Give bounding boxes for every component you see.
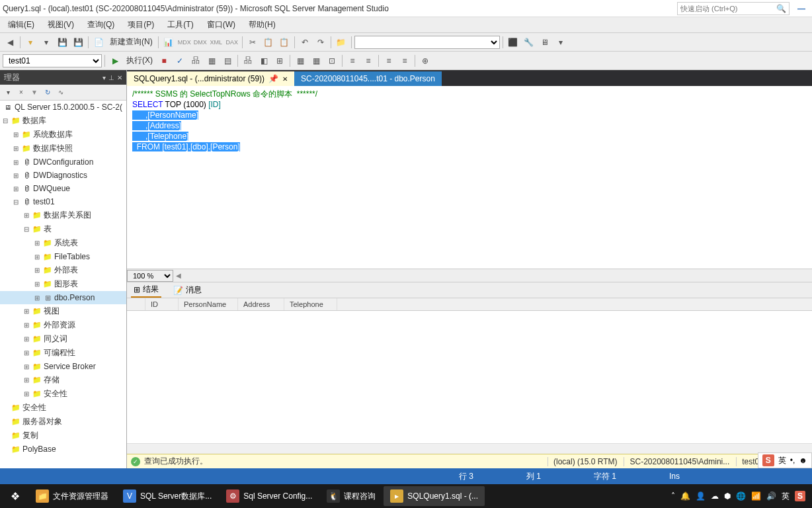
close-icon[interactable]: ✕ — [282, 75, 288, 83]
oe-pin-icon[interactable]: ⊥ — [108, 74, 114, 81]
taskbar-item[interactable]: VSQL Server数据库... — [116, 486, 218, 506]
execute-label[interactable]: 执行(X) — [124, 55, 155, 66]
tree-toggle-icon[interactable]: ⊞ — [33, 267, 41, 274]
tree-node[interactable]: ⊞可编程性 — [0, 346, 126, 360]
dmx-icon[interactable]: DMX — [193, 35, 208, 50]
ime-bar[interactable]: S 英 •, ☻ — [758, 452, 812, 468]
oe-dropdown-icon[interactable]: ▾ — [102, 74, 106, 81]
tree-toggle-icon[interactable]: ⊞ — [12, 185, 20, 192]
taskbar-item[interactable]: ▸SQLQuery1.sql - (... — [384, 486, 485, 506]
col-id[interactable]: ID — [145, 298, 179, 310]
xmla-icon[interactable]: XML — [209, 35, 223, 50]
tree-toggle-icon[interactable]: ⊟ — [12, 198, 20, 206]
tray-ime-lang[interactable]: 英 — [782, 491, 790, 502]
tray-notif-icon[interactable]: 🔔 — [680, 491, 690, 501]
tray-up-icon[interactable]: ˄ — [671, 491, 675, 501]
outdent-icon[interactable]: ≡ — [361, 54, 376, 68]
solution-icon[interactable]: 📁 — [334, 35, 348, 50]
stats-icon[interactable]: ⊞ — [272, 54, 287, 68]
tree-toggle-icon[interactable]: ⊞ — [22, 321, 30, 329]
tree-node[interactable]: ⊞数据库快照 — [0, 142, 126, 155]
tree-toggle-icon[interactable]: ⊞ — [22, 349, 30, 357]
tree-node[interactable]: 服务器对象 — [0, 415, 126, 429]
taskbar-item[interactable]: 📁文件资源管理器 — [29, 486, 115, 506]
tree-node[interactable]: ⊞外部表 — [0, 263, 126, 277]
system-tray[interactable]: ˄ 🔔 👤 ☁ ⬢ 🌐 📶 🔊 英 S — [671, 491, 809, 502]
tab-messages[interactable]: 📝 消息 — [171, 283, 204, 297]
copy-icon[interactable]: 📋 — [261, 35, 276, 50]
tray-sound-icon[interactable]: 🔊 — [766, 491, 776, 501]
tree-node[interactable]: ⊞数据库关系图 — [0, 208, 126, 222]
settings-icon[interactable]: 🔧 — [522, 35, 536, 50]
tree-node[interactable]: ⊞系统数据库 — [0, 128, 126, 142]
plan-icon[interactable]: 品 — [188, 54, 203, 68]
oe-activity-icon[interactable]: ∿ — [56, 87, 66, 98]
menu-view[interactable]: 视图(V) — [41, 17, 81, 33]
oe-close-icon[interactable]: ✕ — [117, 74, 122, 81]
new-query-label[interactable]: 新建查询(N) — [107, 36, 155, 48]
parse-icon[interactable]: ✓ — [173, 54, 187, 68]
database-selector[interactable]: test01 — [3, 54, 102, 67]
tree-toggle-icon[interactable]: ⊞ — [22, 390, 30, 398]
spec-icon[interactable]: ⊕ — [418, 54, 432, 68]
new-query-icon[interactable]: 📄 — [91, 35, 106, 50]
taskbar-item[interactable]: 🐧课程咨询 — [320, 486, 382, 506]
tray-people-icon[interactable]: 👤 — [696, 491, 706, 501]
zoom-selector[interactable]: 100 % — [127, 270, 173, 282]
tray-wifi-icon[interactable]: 📶 — [751, 491, 761, 501]
quick-launch[interactable]: 🔍 — [677, 2, 790, 15]
tray-vm-icon[interactable]: ⬢ — [724, 491, 731, 501]
tree-toggle-icon[interactable]: ⊞ — [22, 376, 30, 384]
grid-icon[interactable]: ▦ — [204, 54, 219, 68]
tree-node[interactable]: ⊞dbo.Person — [0, 291, 126, 304]
sogou-icon[interactable]: S — [762, 454, 774, 466]
tree-toggle-icon[interactable]: ⊞ — [12, 172, 20, 179]
solution-config[interactable] — [354, 36, 500, 49]
tree-node[interactable]: ⊟test01 — [0, 195, 126, 208]
sql-editor[interactable]: /****** SSMS 的 SelectTopNRows 命令的脚本 ****… — [127, 86, 812, 269]
menu-edit[interactable]: 编辑(E) — [1, 17, 41, 33]
tray-net-icon[interactable]: 🌐 — [736, 491, 746, 501]
col-telephone[interactable]: Telephone — [284, 298, 337, 310]
tree-node[interactable]: ⊟表 — [0, 222, 126, 236]
oe-disconnect-icon[interactable]: × — [16, 87, 26, 98]
tab-person-designer[interactable]: SC-202008011045....t01 - dbo.Person — [294, 71, 442, 86]
tray-sogou-icon[interactable]: S — [795, 491, 805, 501]
oe-refresh-icon[interactable]: ↻ — [42, 87, 53, 98]
ime-emoji-icon[interactable]: ☻ — [799, 456, 807, 465]
save-icon[interactable]: 💾 — [55, 35, 69, 50]
oe-filter-icon[interactable]: ▼ — [29, 87, 40, 98]
menu-tools[interactable]: 工具(T) — [161, 17, 200, 33]
template-icon[interactable]: ▾ — [553, 35, 568, 50]
taskbar-item[interactable]: ⚙Sql Server Config... — [220, 486, 319, 506]
chevron-left-icon[interactable]: ◀ — [176, 272, 181, 279]
tab-sqlquery1[interactable]: SQLQuery1.sql - (...dministrator (59)) 📌… — [127, 71, 294, 86]
tree-node[interactable]: ⊞外部资源 — [0, 318, 126, 332]
save-all-icon[interactable]: 💾 — [71, 35, 85, 50]
mdx-icon[interactable]: MDX — [177, 35, 192, 50]
text-icon[interactable]: ▤ — [220, 54, 235, 68]
opt1-icon[interactable]: ▦ — [293, 54, 307, 68]
oe-connect-icon[interactable]: ▾ — [3, 87, 13, 98]
tree-node[interactable]: ⊞图形表 — [0, 277, 126, 291]
start-button[interactable]: ❖ — [3, 486, 28, 506]
tree-node[interactable]: ⊞Service Broker — [0, 360, 126, 373]
tree-toggle-icon[interactable]: ⊞ — [22, 363, 30, 370]
col-address[interactable]: Address — [238, 298, 284, 310]
redo-icon[interactable]: ↷ — [313, 35, 328, 50]
paste-icon[interactable]: 📋 — [277, 35, 292, 50]
menu-help[interactable]: 帮助(H) — [242, 17, 282, 33]
tree-node[interactable]: ⊞DWDiagnostics — [0, 169, 126, 182]
include-plan-icon[interactable]: 品 — [241, 54, 255, 68]
tree-node[interactable]: ⊞同义词 — [0, 332, 126, 346]
tree-node[interactable]: ⊞DWQueue — [0, 182, 126, 195]
xe-icon[interactable]: 📊 — [161, 35, 176, 50]
h-scrollbar[interactable] — [127, 443, 812, 454]
tree-node[interactable]: 安全性 — [0, 401, 126, 415]
quick-launch-input[interactable] — [680, 5, 776, 13]
tree-toggle-icon[interactable]: ⊞ — [12, 145, 20, 152]
tree-toggle-icon[interactable]: ⊞ — [33, 239, 41, 247]
ime-lang[interactable]: 英 — [778, 455, 786, 466]
opt3-icon[interactable]: ⊡ — [325, 54, 339, 68]
tree-toggle-icon[interactable]: ⊞ — [33, 294, 41, 302]
